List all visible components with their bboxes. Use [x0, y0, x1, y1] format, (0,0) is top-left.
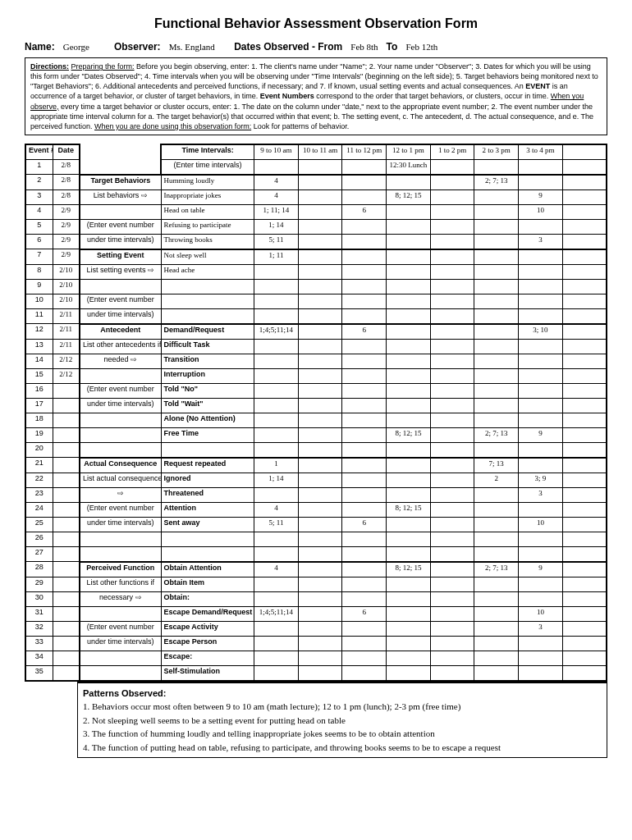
interval-sub-7[interactable]	[562, 159, 607, 175]
cell[interactable]	[519, 219, 563, 234]
cell[interactable]: 10	[519, 517, 563, 532]
cell[interactable]	[387, 577, 431, 591]
cell[interactable]	[562, 517, 607, 532]
cell[interactable]	[342, 249, 387, 265]
cell[interactable]	[254, 621, 299, 636]
row-desc[interactable]: Transition	[161, 354, 254, 368]
cell[interactable]	[387, 264, 431, 279]
cell[interactable]	[562, 651, 607, 665]
cell[interactable]	[430, 546, 474, 562]
cell[interactable]	[298, 398, 342, 413]
cell[interactable]: 3	[519, 234, 563, 249]
cell[interactable]	[254, 665, 299, 681]
cell[interactable]	[387, 324, 431, 340]
cell[interactable]	[342, 368, 387, 383]
event-date-5[interactable]: 2/9	[53, 219, 80, 234]
cell[interactable]	[298, 562, 342, 578]
cell[interactable]: 4	[254, 562, 299, 578]
cell[interactable]	[387, 354, 431, 368]
interval-0[interactable]: 9 to 10 am	[254, 144, 299, 160]
row-desc[interactable]: Told "Wait"	[161, 398, 254, 413]
cell[interactable]	[430, 398, 474, 413]
cell[interactable]: 6	[342, 606, 387, 621]
event-date-28[interactable]	[53, 562, 80, 578]
row-desc[interactable]: Demand/Request	[161, 324, 254, 340]
row-desc[interactable]: Obtain Attention	[161, 562, 254, 578]
interval-sub-3[interactable]: 12:30 Lunch	[387, 159, 431, 175]
cell[interactable]: 8; 12; 15	[387, 427, 431, 442]
cell[interactable]	[387, 175, 431, 190]
cell[interactable]	[387, 532, 431, 546]
cell[interactable]	[387, 546, 431, 562]
cell[interactable]	[430, 354, 474, 368]
row-desc[interactable]	[161, 294, 254, 308]
cell[interactable]	[342, 502, 387, 517]
cell[interactable]	[430, 665, 474, 681]
event-date-27[interactable]	[53, 546, 80, 562]
cell[interactable]	[519, 339, 563, 354]
cell[interactable]	[562, 368, 607, 383]
cell[interactable]	[342, 219, 387, 234]
cell[interactable]	[298, 234, 342, 249]
cell[interactable]	[254, 383, 299, 398]
event-date-10[interactable]: 2/10	[53, 294, 80, 308]
cell[interactable]	[474, 398, 519, 413]
event-date-13[interactable]: 2/11	[53, 339, 80, 354]
event-date-26[interactable]	[53, 532, 80, 546]
event-date-2[interactable]: 2/8	[53, 175, 80, 190]
cell[interactable]	[342, 636, 387, 651]
cell[interactable]	[342, 591, 387, 606]
cell[interactable]	[254, 339, 299, 354]
cell[interactable]	[519, 368, 563, 383]
cell[interactable]	[342, 577, 387, 591]
interval-sub-4[interactable]	[430, 159, 474, 175]
cell[interactable]	[298, 517, 342, 532]
cell[interactable]	[430, 502, 474, 517]
cell[interactable]	[474, 591, 519, 606]
cell[interactable]	[562, 383, 607, 398]
interval-5[interactable]: 2 to 3 pm	[474, 144, 519, 160]
cell[interactable]	[430, 249, 474, 265]
cell[interactable]	[298, 264, 342, 279]
cell[interactable]	[562, 264, 607, 279]
cell[interactable]	[387, 308, 431, 324]
cell[interactable]	[562, 532, 607, 546]
cell[interactable]	[430, 339, 474, 354]
cell[interactable]	[342, 427, 387, 442]
row-desc[interactable]: Difficult Task	[161, 339, 254, 354]
cell[interactable]	[342, 189, 387, 204]
cell[interactable]	[387, 517, 431, 532]
cell[interactable]	[430, 427, 474, 442]
cell[interactable]	[562, 324, 607, 340]
cell[interactable]	[474, 264, 519, 279]
interval-2[interactable]: 11 to 12 pm	[342, 144, 387, 160]
cell[interactable]	[474, 487, 519, 502]
cell[interactable]: 9	[519, 562, 563, 578]
cell[interactable]	[387, 591, 431, 606]
cell[interactable]: 8; 12; 15	[387, 502, 431, 517]
row-desc[interactable]: Escape Activity	[161, 621, 254, 636]
cell[interactable]	[519, 502, 563, 517]
cell[interactable]	[298, 427, 342, 442]
cell[interactable]	[519, 175, 563, 190]
cell[interactable]	[519, 532, 563, 546]
cell[interactable]	[254, 442, 299, 458]
cell[interactable]	[342, 294, 387, 308]
cell[interactable]	[342, 562, 387, 578]
row-desc[interactable]: Throwing books	[161, 234, 254, 249]
cell[interactable]	[342, 458, 387, 473]
cell[interactable]	[474, 442, 519, 458]
cell[interactable]	[519, 636, 563, 651]
row-desc[interactable]	[161, 532, 254, 546]
interval-4[interactable]: 1 to 2 pm	[430, 144, 474, 160]
interval-3[interactable]: 12 to 1 pm	[387, 144, 431, 160]
cell[interactable]	[474, 606, 519, 621]
event-date-31[interactable]	[53, 606, 80, 621]
date-to[interactable]: Feb 12th	[405, 42, 437, 52]
cell[interactable]	[387, 383, 431, 398]
cell[interactable]	[562, 442, 607, 458]
cell[interactable]	[562, 219, 607, 234]
cell[interactable]	[519, 383, 563, 398]
cell[interactable]	[298, 502, 342, 517]
event-date-1[interactable]: 2/8	[53, 159, 80, 175]
